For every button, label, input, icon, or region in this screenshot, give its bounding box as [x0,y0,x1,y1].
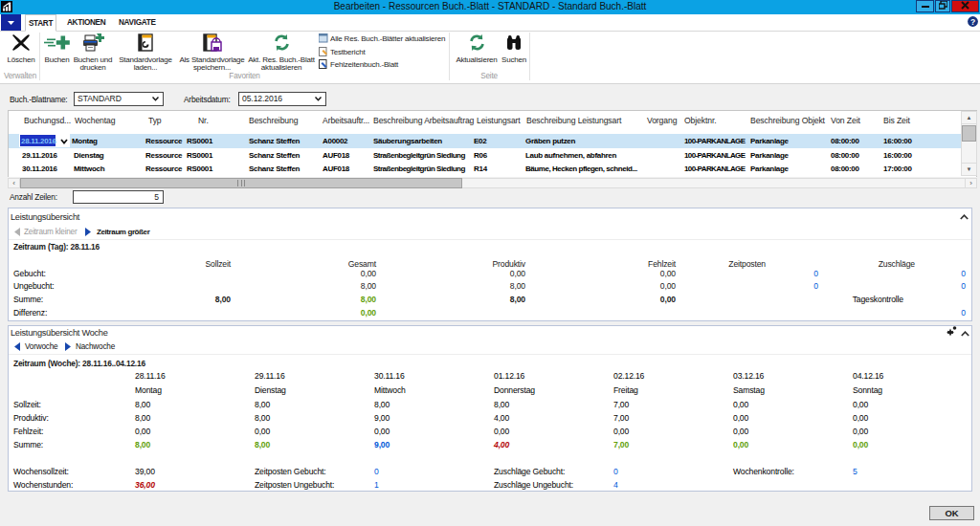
svg-text:?: ? [970,17,975,27]
